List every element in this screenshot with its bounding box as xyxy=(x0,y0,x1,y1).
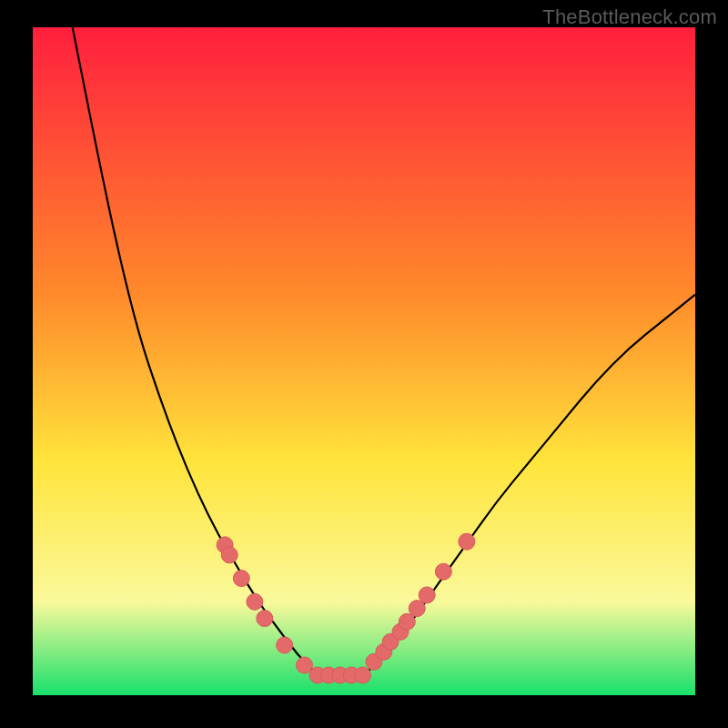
data-marker xyxy=(233,571,249,587)
chart-container: TheBottleneck.com xyxy=(0,0,728,728)
data-marker xyxy=(355,667,371,683)
data-marker xyxy=(409,601,425,617)
data-marker xyxy=(247,593,263,610)
bottleneck-chart xyxy=(0,0,728,728)
data-marker xyxy=(419,587,435,603)
watermark-text: TheBottleneck.com xyxy=(542,5,717,29)
data-marker xyxy=(277,637,293,653)
data-marker xyxy=(296,657,312,673)
data-marker xyxy=(221,547,238,563)
plot-background xyxy=(33,27,695,695)
data-marker xyxy=(399,613,415,630)
data-marker xyxy=(257,611,273,627)
data-marker xyxy=(435,563,451,580)
data-marker xyxy=(459,533,475,550)
